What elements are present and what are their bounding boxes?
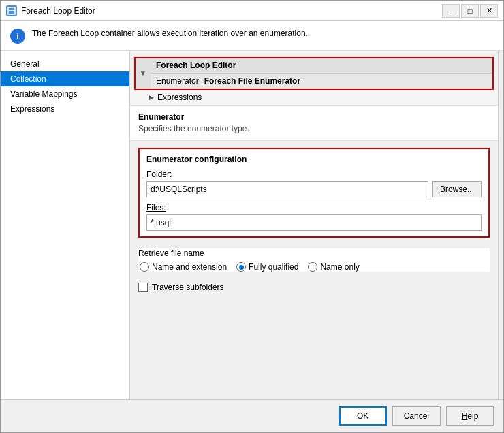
- retrieve-section: Retrieve file name Name and extension Fu…: [138, 248, 490, 272]
- radio-label-name-only: Name only: [320, 262, 359, 272]
- traverse-checkbox[interactable]: [138, 283, 148, 292]
- enumerator-info: Enumerator Specifies the enumerator type…: [130, 106, 498, 141]
- collapse-button[interactable]: ▼: [136, 58, 151, 89]
- cancel-button[interactable]: Cancel: [392, 406, 441, 426]
- maximize-button[interactable]: □: [461, 4, 479, 18]
- config-section: Enumerator configuration Folder: Browse.…: [138, 148, 490, 238]
- help-button[interactable]: Help: [446, 406, 494, 426]
- enumerator-value: Foreach File Enumerator: [204, 76, 300, 86]
- radio-label-name-extension: Name and extension: [152, 262, 227, 272]
- main-content: General Collection Variable Mappings Exp…: [1, 51, 503, 399]
- traverse-section: Traverse subfolders: [138, 283, 490, 292]
- enumerator-label: Enumerator: [156, 76, 199, 86]
- sidebar: General Collection Variable Mappings Exp…: [1, 51, 130, 399]
- minimize-button[interactable]: —: [442, 4, 460, 18]
- window-icon: [6, 5, 17, 16]
- radio-name-extension[interactable]: Name and extension: [140, 262, 227, 272]
- folder-input[interactable]: [146, 181, 428, 197]
- expressions-label: Expressions: [157, 93, 202, 102]
- info-icon: i: [10, 29, 25, 44]
- sidebar-item-general[interactable]: General: [1, 57, 129, 71]
- editor-header-title: Foreach Loop Editor: [156, 61, 487, 70]
- footer: OK Cancel Help: [1, 399, 503, 432]
- retrieve-title: Retrieve file name: [138, 248, 490, 258]
- content-area: ▼ Foreach Loop Editor Enumerator Foreach…: [130, 51, 498, 399]
- radio-circle-name-only: [308, 262, 317, 272]
- title-buttons: — □ ✕: [442, 4, 498, 18]
- info-text: The Foreach Loop container allows execut…: [32, 28, 308, 39]
- main-window: Foreach Loop Editor — □ ✕ i The Foreach …: [0, 0, 504, 433]
- radio-circle-fully-qualified: [236, 262, 246, 272]
- files-label: Files:: [146, 203, 482, 212]
- window-title: Foreach Loop Editor: [21, 6, 442, 16]
- radio-label-fully-qualified: Fully qualified: [249, 262, 298, 272]
- folder-row: Browse...: [146, 181, 482, 197]
- title-bar: Foreach Loop Editor — □ ✕: [1, 1, 503, 21]
- info-bar: i The Foreach Loop container allows exec…: [1, 21, 503, 51]
- svg-rect-0: [8, 7, 15, 14]
- browse-button[interactable]: Browse...: [432, 181, 482, 197]
- sidebar-item-collection[interactable]: Collection: [1, 71, 129, 86]
- enumerator-section-title: Enumerator: [138, 112, 490, 122]
- files-input[interactable]: [146, 214, 482, 231]
- expand-expressions-button[interactable]: ▶: [149, 94, 154, 101]
- sidebar-item-expressions[interactable]: Expressions: [1, 101, 129, 116]
- enumerator-section-desc: Specifies the enumerator type.: [138, 124, 490, 133]
- traverse-label: Traverse subfolders: [152, 283, 224, 292]
- close-button[interactable]: ✕: [480, 4, 498, 18]
- radio-name-only[interactable]: Name only: [308, 262, 359, 272]
- radio-fully-qualified[interactable]: Fully qualified: [236, 262, 298, 272]
- ok-button[interactable]: OK: [339, 406, 387, 426]
- folder-label: Folder:: [146, 170, 482, 179]
- radio-group: Name and extension Fully qualified Name …: [138, 262, 490, 272]
- right-scrollbar[interactable]: [498, 51, 503, 399]
- expressions-row: ▶ Expressions: [130, 90, 498, 106]
- sidebar-item-variable-mappings[interactable]: Variable Mappings: [1, 86, 129, 101]
- radio-circle-name-extension: [140, 262, 149, 272]
- config-title: Enumerator configuration: [146, 155, 482, 164]
